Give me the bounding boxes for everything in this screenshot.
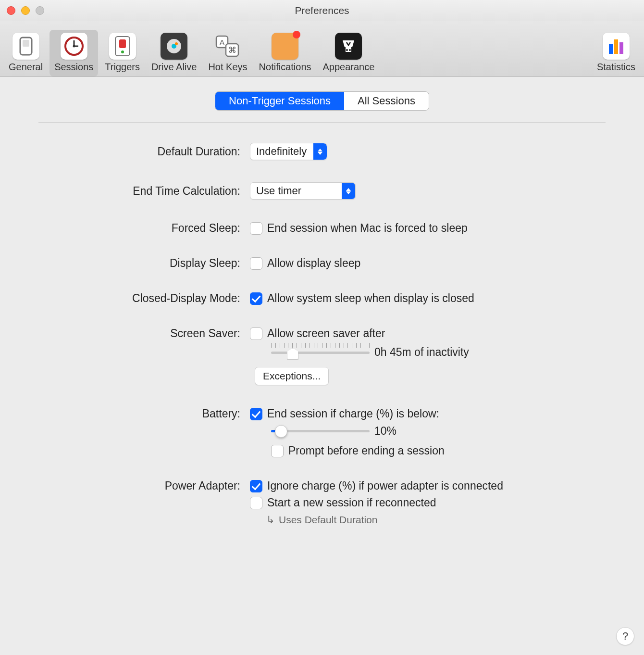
- svg-point-17: [346, 49, 348, 51]
- toolbar-item-hot-keys[interactable]: A ⌘ Hot Keys: [203, 30, 252, 76]
- preferences-toolbar: General Sessions Triggers Drive Alive A …: [0, 21, 644, 77]
- svg-rect-21: [619, 42, 623, 54]
- battery-prompt-checkbox[interactable]: [271, 445, 284, 457]
- minimize-window-button[interactable]: [21, 6, 30, 15]
- toolbar-item-general[interactable]: General: [4, 30, 48, 76]
- label-power-adapter: Power Adapter:: [38, 477, 240, 495]
- label-forced-sleep: Forced Sleep:: [38, 219, 240, 238]
- toolbar-label: Sessions: [54, 62, 93, 73]
- toolbar-label: Drive Alive: [151, 62, 197, 73]
- toolbar-label: Appearance: [323, 62, 375, 73]
- svg-rect-7: [119, 39, 126, 48]
- svg-marker-22: [318, 149, 322, 151]
- help-button[interactable]: ?: [616, 627, 634, 645]
- divider: [38, 122, 606, 123]
- battery-end-session-label: End session if charge (%) is below:: [267, 407, 439, 420]
- uses-default-duration-text: Uses Default Duration: [279, 514, 377, 526]
- popup-value: Indefinitely: [256, 145, 307, 158]
- switch-icon: [12, 33, 39, 60]
- window-title: Preferences: [295, 5, 349, 16]
- zoom-window-button[interactable]: [36, 6, 44, 15]
- svg-text:A: A: [220, 38, 224, 46]
- session-scope-segmented: Non-Trigger Sessions All Sessions: [215, 91, 429, 111]
- return-arrow-icon: ↳: [266, 514, 275, 526]
- forced-sleep-checkbox-label: End session when Mac is forced to sleep: [267, 222, 468, 235]
- forced-sleep-checkbox[interactable]: [250, 222, 262, 235]
- label-closed-display: Closed-Display Mode:: [38, 289, 240, 308]
- appearance-icon: [335, 33, 362, 60]
- uses-default-duration-note: ↳ Uses Default Duration: [266, 514, 377, 526]
- svg-point-18: [349, 49, 351, 51]
- closed-display-checkbox[interactable]: [250, 292, 262, 305]
- toolbar-label: Hot Keys: [208, 62, 247, 73]
- svg-text:⌘: ⌘: [228, 46, 236, 55]
- close-window-button[interactable]: [7, 6, 15, 15]
- label-display-sleep: Display Sleep:: [38, 254, 240, 273]
- svg-marker-23: [318, 152, 322, 155]
- svg-point-8: [121, 50, 124, 53]
- svg-marker-24: [346, 188, 351, 191]
- hotkeys-icon: A ⌘: [214, 33, 241, 60]
- toolbar-item-sessions[interactable]: Sessions: [50, 30, 98, 76]
- drive-icon: [161, 33, 187, 60]
- label-screen-saver: Screen Saver:: [38, 324, 240, 343]
- display-sleep-checkbox[interactable]: [250, 257, 262, 270]
- notification-icon: [272, 33, 298, 60]
- svg-point-11: [175, 42, 178, 45]
- battery-end-session-checkbox[interactable]: [250, 408, 262, 420]
- display-sleep-checkbox-label: Allow display sleep: [267, 257, 360, 270]
- popup-stepper-icon: [342, 183, 355, 199]
- screen-saver-checkbox[interactable]: [250, 328, 262, 340]
- toolbar-label: General: [9, 62, 43, 73]
- svg-rect-20: [614, 39, 618, 54]
- toolbar-item-appearance[interactable]: Appearance: [318, 30, 380, 76]
- popup-stepper-icon: [313, 143, 327, 160]
- toolbar-item-drive-alive[interactable]: Drive Alive: [147, 30, 201, 76]
- svg-point-5: [73, 45, 75, 48]
- toolbar-label: Triggers: [105, 62, 140, 73]
- screen-saver-slider[interactable]: [271, 343, 370, 361]
- svg-marker-25: [346, 191, 351, 194]
- toolbar-label: Notifications: [259, 62, 311, 73]
- battery-prompt-label: Prompt before ending a session: [288, 444, 445, 457]
- screen-saver-exceptions-button[interactable]: Exceptions...: [255, 367, 329, 385]
- power-adapter-new-session-checkbox[interactable]: [250, 497, 262, 509]
- closed-display-checkbox-label: Allow system sleep when display is close…: [267, 292, 474, 305]
- segment-non-trigger[interactable]: Non-Trigger Sessions: [215, 92, 344, 110]
- toolbar-label: Statistics: [597, 62, 635, 73]
- screen-saver-value-text: 0h 45m of inactivity: [374, 346, 469, 359]
- screen-saver-checkbox-label: Allow screen saver after: [267, 327, 385, 340]
- clock-icon: [61, 33, 87, 60]
- toolbar-item-notifications[interactable]: Notifications: [254, 30, 316, 76]
- power-adapter-ignore-checkbox[interactable]: [250, 480, 262, 492]
- statistics-icon: [603, 33, 630, 60]
- battery-threshold-slider[interactable]: [271, 423, 370, 439]
- power-adapter-new-session-label: Start a new session if reconnected: [267, 496, 436, 509]
- toolbar-item-statistics[interactable]: Statistics: [592, 30, 640, 76]
- power-adapter-ignore-label: Ignore charge (%) if power adapter is co…: [267, 479, 503, 492]
- label-default-duration: Default Duration:: [38, 142, 240, 161]
- window-controls: [7, 6, 44, 15]
- label-end-time-calc: End Time Calculation:: [38, 182, 240, 201]
- svg-rect-1: [23, 40, 29, 47]
- toolbar-item-triggers[interactable]: Triggers: [100, 30, 145, 76]
- segment-all-sessions[interactable]: All Sessions: [344, 92, 429, 110]
- content-pane: Non-Trigger Sessions All Sessions Defaul…: [0, 77, 644, 548]
- svg-rect-19: [609, 44, 613, 54]
- titlebar: Preferences: [0, 0, 644, 21]
- label-battery: Battery:: [38, 404, 240, 423]
- popup-value: Use timer: [256, 185, 335, 197]
- default-duration-popup[interactable]: Indefinitely: [250, 143, 327, 160]
- end-time-calc-popup[interactable]: Use timer: [250, 182, 356, 200]
- switch-toggle-icon: [109, 33, 136, 60]
- battery-threshold-text: 10%: [374, 425, 396, 438]
